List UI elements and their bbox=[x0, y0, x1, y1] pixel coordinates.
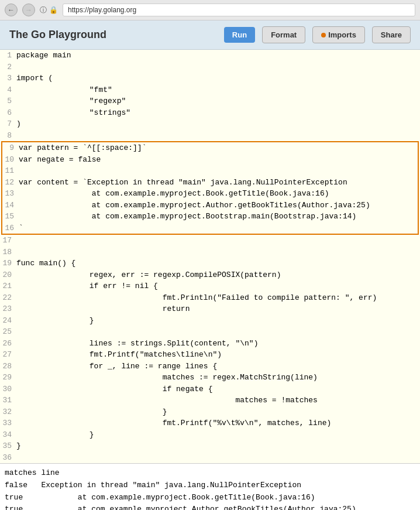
line-text: at com.example.myproject.Book.getTitle(B… bbox=[19, 188, 329, 200]
code-line: 25 bbox=[0, 326, 420, 338]
line-number: 27 bbox=[0, 349, 16, 361]
code-line: 29 matches := regex.MatchString(line) bbox=[0, 372, 420, 384]
line-number: 24 bbox=[0, 315, 16, 327]
browser-chrome: ← → ⓘ 🔒 https://play.golang.org bbox=[0, 0, 420, 20]
code-line: 4 "fmt" bbox=[0, 84, 420, 96]
line-text: return bbox=[16, 303, 190, 315]
line-text: "strings" bbox=[16, 107, 130, 119]
line-text: ` bbox=[19, 223, 23, 234]
line-text: func main() { bbox=[16, 258, 75, 269]
line-text: import ( bbox=[16, 73, 53, 84]
code-line: 24 } bbox=[0, 315, 420, 327]
line-text: package main bbox=[16, 50, 71, 61]
app-title: The Go Playground bbox=[9, 29, 217, 41]
line-number: 26 bbox=[0, 338, 16, 350]
code-line: 26 lines := strings.Split(content, "\n") bbox=[0, 338, 420, 350]
line-text: if negate { bbox=[16, 384, 212, 395]
line-text: "regexp" bbox=[16, 95, 126, 107]
format-button[interactable]: Format bbox=[262, 26, 305, 43]
line-text: fmt.Printf("%v\t%v\n", matches, line) bbox=[16, 417, 331, 429]
code-line: 20 regex, err := regexp.CompilePOSIX(pat… bbox=[0, 269, 420, 281]
app-header: The Go Playground Run Format Imports Sha… bbox=[0, 20, 420, 50]
line-number: 7 bbox=[0, 118, 16, 130]
code-line: 36 bbox=[0, 452, 420, 464]
line-text: fmt.Printf("matches\tline\n") bbox=[16, 349, 222, 361]
line-text: var pattern = `^[[:space:]]` bbox=[19, 142, 146, 154]
line-text: } bbox=[16, 429, 94, 441]
line-text: matches := regex.MatchString(line) bbox=[16, 372, 318, 384]
line-number: 14 bbox=[2, 200, 19, 211]
line-number: 13 bbox=[2, 188, 19, 200]
share-button[interactable]: Share bbox=[372, 26, 411, 43]
code-line: 14 at com.example.myproject.Author.getBo… bbox=[2, 200, 418, 211]
line-number: 25 bbox=[0, 326, 16, 338]
code-line: 31 matches = !matches bbox=[0, 395, 420, 406]
line-number: 10 bbox=[2, 154, 19, 166]
code-line: 12var content = `Exception in thread "ma… bbox=[2, 177, 418, 189]
line-number: 9 bbox=[2, 142, 19, 154]
code-line: 1package main bbox=[0, 50, 420, 61]
code-line: 32 } bbox=[0, 406, 420, 418]
code-line: 3import ( bbox=[0, 73, 420, 84]
line-number: 30 bbox=[0, 384, 16, 395]
imports-button[interactable]: Imports bbox=[312, 26, 365, 43]
line-number: 11 bbox=[2, 165, 19, 177]
info-icon: ⓘ bbox=[40, 5, 47, 15]
line-number: 21 bbox=[0, 280, 16, 292]
line-text: at com.example.myproject.Author.getBookT… bbox=[19, 200, 370, 211]
code-line: 21 if err != nil { bbox=[0, 280, 420, 292]
line-text: if err != nil { bbox=[16, 280, 158, 292]
line-number: 35 bbox=[0, 440, 16, 452]
lock-icon: 🔒 bbox=[49, 6, 58, 14]
line-number: 31 bbox=[0, 395, 16, 406]
code-line: 6 "strings" bbox=[0, 107, 420, 119]
line-number: 8 bbox=[0, 130, 16, 142]
back-button[interactable]: ← bbox=[5, 4, 18, 16]
code-line: 10var negate = false bbox=[2, 154, 418, 166]
line-number: 17 bbox=[0, 235, 16, 247]
code-line: 33 fmt.Printf("%v\t%v\n", matches, line) bbox=[0, 417, 420, 429]
code-line: 11 bbox=[2, 165, 418, 177]
line-number: 1 bbox=[0, 50, 16, 61]
output-line: matches line bbox=[5, 467, 415, 480]
line-text: for _, line := range lines { bbox=[16, 361, 217, 372]
line-number: 18 bbox=[0, 247, 16, 258]
line-number: 28 bbox=[0, 361, 16, 372]
code-line: 8 bbox=[0, 130, 420, 142]
line-text: } bbox=[16, 406, 167, 418]
line-text: at com.example.myproject.Bootstrap.main(… bbox=[19, 211, 356, 223]
code-line: 13 at com.example.myproject.Book.getTitl… bbox=[2, 188, 418, 200]
code-line: 23 return bbox=[0, 303, 420, 315]
line-number: 32 bbox=[0, 406, 16, 418]
line-number: 5 bbox=[0, 95, 16, 107]
code-line: 19func main() { bbox=[0, 258, 420, 269]
code-line: 15 at com.example.myproject.Bootstrap.ma… bbox=[2, 211, 418, 223]
line-number: 2 bbox=[0, 61, 16, 73]
code-line: 30 if negate { bbox=[0, 384, 420, 395]
run-button[interactable]: Run bbox=[224, 27, 255, 43]
output-line: false Exception in thread "main" java.la… bbox=[5, 480, 415, 492]
line-number: 15 bbox=[2, 211, 19, 223]
line-text: matches = !matches bbox=[16, 395, 318, 406]
code-line: 17 bbox=[0, 235, 420, 247]
output-area: matches linefalse Exception in thread "m… bbox=[0, 463, 420, 510]
line-number: 29 bbox=[0, 372, 16, 384]
output-line: true at com.example.myproject.Author.get… bbox=[5, 504, 415, 510]
code-line: 7) bbox=[0, 118, 420, 130]
code-line: 16` bbox=[2, 223, 418, 234]
address-bar[interactable]: https://play.golang.org bbox=[63, 4, 415, 16]
forward-button[interactable]: → bbox=[22, 4, 35, 16]
line-number: 3 bbox=[0, 73, 16, 84]
security-icons: ⓘ 🔒 bbox=[40, 5, 58, 15]
line-number: 34 bbox=[0, 429, 16, 441]
line-number: 12 bbox=[2, 177, 19, 189]
line-text: var negate = false bbox=[19, 154, 101, 166]
line-text: var content = `Exception in thread "main… bbox=[19, 177, 347, 189]
code-editor[interactable]: 1package main23import (4 "fmt"5 "regexp"… bbox=[0, 50, 420, 463]
code-line: 9var pattern = `^[[:space:]]` bbox=[2, 142, 418, 154]
line-text: regex, err := regexp.CompilePOSIX(patter… bbox=[16, 269, 281, 281]
line-text: "fmt" bbox=[16, 84, 112, 96]
line-number: 22 bbox=[0, 292, 16, 304]
line-number: 20 bbox=[0, 269, 16, 281]
code-line: 34 } bbox=[0, 429, 420, 441]
